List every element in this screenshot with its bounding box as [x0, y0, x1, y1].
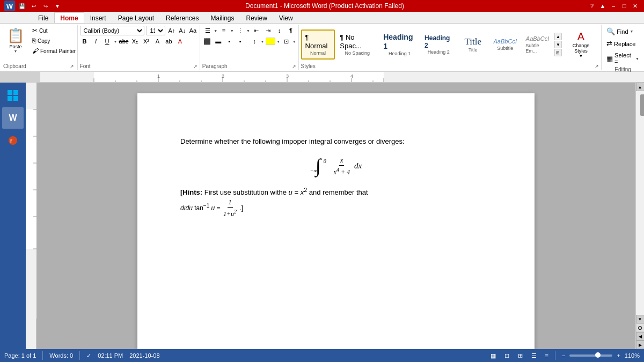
superscript-button[interactable]: X²: [141, 36, 151, 46]
copy-button[interactable]: ⎘ Copy: [30, 36, 78, 46]
zoom-control[interactable]: − + 110%: [560, 352, 640, 359]
change-styles-button[interactable]: A Change Styles ▼: [563, 26, 599, 63]
text-effects-button[interactable]: A: [152, 36, 162, 46]
style-heading1[interactable]: Heading 1 Heading 1: [379, 29, 420, 60]
multilevel-arrow[interactable]: ▼: [246, 29, 250, 33]
underline-button[interactable]: U: [103, 36, 112, 46]
next-page-button[interactable]: ▶: [636, 341, 645, 349]
italic-button[interactable]: I: [91, 36, 101, 46]
save-button[interactable]: 💾: [17, 1, 27, 11]
right-scrollbar[interactable]: ▲ ▼ ⊙ ◀ ▶: [635, 83, 644, 349]
minimize-button[interactable]: –: [609, 2, 618, 10]
align-center-button[interactable]: ▬: [213, 36, 223, 46]
sort-button[interactable]: ↕: [274, 26, 284, 35]
tab-references[interactable]: References: [160, 12, 204, 23]
ribbon-collapse-button[interactable]: ▲: [598, 2, 608, 10]
para-expand-icon[interactable]: ↗: [292, 64, 296, 69]
scroll-up-button[interactable]: ▲: [636, 83, 645, 91]
font-color-button[interactable]: A: [175, 36, 185, 46]
nav-app2-icon[interactable]: r: [2, 130, 24, 151]
styles-more-button[interactable]: ⊞: [554, 49, 562, 56]
bullet-list-button[interactable]: ☰: [202, 26, 213, 35]
font-name-select[interactable]: Calibri (Body): [80, 26, 145, 35]
paste-button[interactable]: 📋 Paste ▼: [3, 26, 28, 55]
customize-quick-access-button[interactable]: ▼: [53, 1, 62, 11]
font-expand-icon[interactable]: ↗: [193, 64, 197, 69]
doc-area[interactable]: Determine whether the following impoper …: [36, 83, 635, 349]
tab-insert[interactable]: Insert: [84, 12, 112, 23]
increase-font-button[interactable]: A↑: [167, 26, 176, 35]
view-web-button[interactable]: ⊞: [516, 352, 525, 360]
numbered-list-button[interactable]: ≡: [218, 26, 229, 35]
tab-page-layout[interactable]: Page Layout: [112, 12, 160, 23]
decrease-font-button[interactable]: A↓: [178, 26, 187, 35]
style-no-spacing[interactable]: ¶ No Spac... No Spacing: [336, 29, 378, 60]
styles-expand-icon[interactable]: ↗: [595, 64, 599, 69]
font-size-select[interactable]: 11: [146, 26, 165, 35]
font-format-button[interactable]: Aa: [188, 26, 197, 35]
close-button[interactable]: ✕: [630, 2, 640, 10]
tab-view[interactable]: View: [273, 12, 299, 23]
highlight-button[interactable]: ab: [164, 36, 173, 46]
scroll-thumb[interactable]: [640, 94, 645, 116]
increase-indent-button[interactable]: ⇥: [262, 26, 273, 35]
select-button[interactable]: ▦ Select = ▼: [604, 50, 642, 67]
zoom-slider[interactable]: [569, 354, 612, 357]
nav-word-icon[interactable]: W: [2, 107, 24, 129]
view-outline-button[interactable]: ☰: [529, 352, 539, 360]
find-icon: 🔍: [606, 27, 615, 35]
tab-file[interactable]: File: [32, 12, 54, 23]
maximize-button[interactable]: □: [619, 2, 629, 10]
format-painter-button[interactable]: 🖌 Format Painter: [30, 46, 78, 56]
bold-button[interactable]: B: [80, 36, 90, 46]
view-draft-button[interactable]: ≡: [543, 352, 551, 359]
align-right-button[interactable]: ▪: [224, 36, 235, 46]
subscript-button[interactable]: X₂: [130, 36, 140, 46]
border-button[interactable]: ⊡: [281, 36, 291, 46]
zoom-in-button[interactable]: +: [614, 352, 622, 359]
strikethrough-button[interactable]: abc: [119, 36, 128, 46]
tab-review[interactable]: Review: [240, 12, 273, 23]
style-title[interactable]: Title Title: [457, 29, 488, 60]
clipboard-expand-icon[interactable]: ↗: [70, 64, 74, 69]
cut-button[interactable]: ✂ Cut: [30, 26, 78, 35]
styles-scroll-up[interactable]: ▲: [554, 33, 562, 40]
style-normal[interactable]: ¶ Normal Normal: [301, 29, 335, 60]
show-formatting-button[interactable]: ¶: [286, 26, 296, 35]
decrease-indent-button[interactable]: ⇤: [251, 26, 261, 35]
tab-mailings[interactable]: Mailings: [204, 12, 240, 23]
numbering-arrow[interactable]: ▼: [230, 29, 234, 33]
help-button[interactable]: ?: [587, 2, 597, 10]
replace-button[interactable]: ⇄ Replace: [604, 38, 642, 49]
find-arrow[interactable]: ▼: [630, 29, 634, 33]
word-page[interactable]: Determine whether the following impoper …: [137, 93, 535, 349]
view-full-reading-button[interactable]: ⊡: [502, 352, 511, 360]
shading-button[interactable]: [266, 38, 276, 45]
line-spacing-arrow[interactable]: ▼: [261, 40, 265, 43]
zoom-out-button[interactable]: −: [560, 352, 567, 359]
shading-arrow[interactable]: ▼: [276, 40, 280, 43]
line-spacing-button[interactable]: ↕: [250, 36, 260, 46]
paste-dropdown-arrow[interactable]: ▼: [14, 49, 18, 53]
select-arrow[interactable]: ▼: [635, 57, 639, 61]
browse-object-button[interactable]: ⊙: [636, 323, 645, 332]
tab-home[interactable]: Home: [54, 12, 84, 23]
style-subtitle[interactable]: AaBbCcI Subtitle: [489, 29, 521, 60]
scroll-down-button[interactable]: ▼: [636, 315, 645, 323]
align-left-button[interactable]: ⬛: [202, 36, 213, 46]
border-arrow[interactable]: ▼: [292, 40, 296, 43]
style-heading2[interactable]: Heading 2 Heading 2: [421, 29, 456, 60]
find-button[interactable]: 🔍 Find ▼: [604, 26, 642, 37]
underline-dropdown-arrow[interactable]: ▼: [114, 40, 118, 43]
zoom-thumb[interactable]: [595, 352, 601, 358]
styles-scroll-down[interactable]: ▼: [554, 41, 562, 48]
multilevel-list-button[interactable]: ⋮: [235, 26, 245, 35]
justify-button[interactable]: ▪: [236, 36, 246, 46]
style-subtle-em[interactable]: AaBbCcI Subtle Em...: [522, 29, 553, 60]
redo-button[interactable]: ↪: [41, 1, 50, 11]
view-print-button[interactable]: ▦: [488, 352, 498, 360]
undo-button[interactable]: ↩: [29, 1, 39, 11]
prev-page-button[interactable]: ◀: [636, 332, 645, 341]
nav-windows-icon[interactable]: [2, 85, 24, 106]
bullets-arrow[interactable]: ▼: [214, 29, 217, 33]
